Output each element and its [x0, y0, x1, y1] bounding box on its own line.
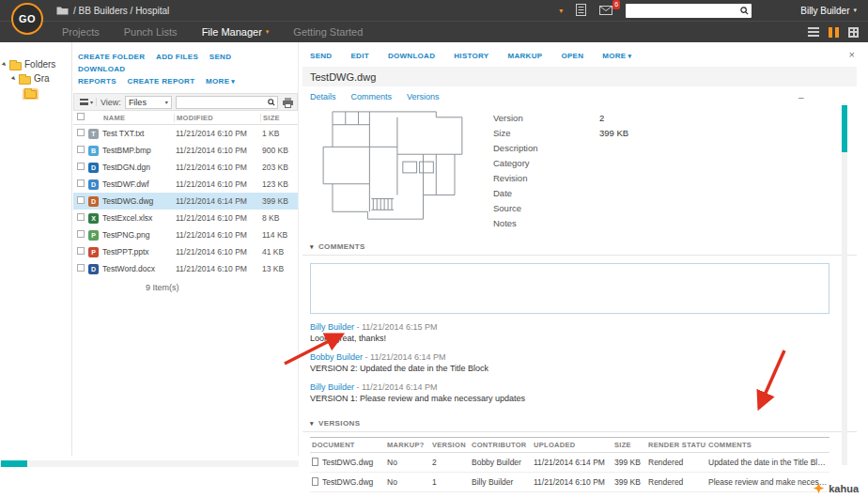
print-icon[interactable]	[282, 97, 294, 108]
breadcrumb[interactable]: / BB Builders / Hospital	[56, 6, 169, 16]
vertical-scrollbar[interactable]	[842, 103, 847, 465]
nav-item[interactable]: File Manager ▾	[202, 26, 270, 38]
detail-tab[interactable]: Versions	[407, 92, 440, 101]
file-row[interactable]: D TestWord.docx 11/21/2014 6:10 PM 13 KB	[73, 260, 298, 277]
project-dropdown-caret-icon[interactable]: ▾	[559, 7, 563, 15]
vertical-scrollbar-thumb[interactable]	[842, 105, 847, 152]
file-row[interactable]: B TestBMP.bmp 11/21/2014 6:10 PM 900 KB	[73, 142, 298, 159]
toolbar-link[interactable]: MORE▾	[206, 77, 235, 86]
file-name[interactable]: TestWord.docx	[102, 264, 174, 273]
file-name[interactable]: Test TXT.txt	[102, 129, 174, 138]
row-checkbox[interactable]	[77, 247, 85, 255]
column-view-icon[interactable]	[829, 27, 839, 38]
version-row[interactable]: TestDWG.dwg No 2 Bobby Builder 11/21/201…	[310, 453, 829, 473]
horizontal-scrollbar-thumb[interactable]	[1, 460, 27, 467]
row-checkbox[interactable]	[77, 264, 85, 272]
toolbar-link[interactable]: SEND	[209, 53, 231, 61]
column-header-name[interactable]: NAME	[88, 114, 174, 122]
versions-column-header[interactable]: CONTRIBUTOR	[470, 438, 532, 453]
toolbar-link[interactable]: CREATE REPORT	[128, 77, 195, 86]
file-row[interactable]: T Test TXT.txt 11/21/2014 6:10 PM 1 KB	[73, 125, 298, 142]
nav-caret-icon: ▾	[266, 28, 270, 36]
details-collapse-dash[interactable]: –	[798, 92, 804, 102]
tree-item-folders[interactable]: ▸ Folders	[0, 57, 71, 71]
toolbar-link[interactable]: HISTORY	[454, 52, 488, 60]
tree-item-gra[interactable]: ▸ Gra	[0, 71, 71, 86]
select-all-checkbox[interactable]	[77, 113, 85, 120]
horizontal-scrollbar[interactable]	[0, 460, 299, 467]
versions-column-header[interactable]: SIZE	[612, 438, 646, 453]
toolbar-link[interactable]: OPEN	[561, 52, 583, 60]
new-comment-input[interactable]	[310, 263, 829, 314]
nav-item[interactable]: Projects	[62, 26, 100, 38]
file-name[interactable]: TestPNG.png	[102, 230, 174, 240]
toolbar-link[interactable]: CREATE FOLDER	[78, 53, 145, 61]
toolbar-link[interactable]: MORE▾	[602, 52, 631, 60]
comment-author-link[interactable]: Billy Builder	[310, 382, 354, 392]
row-checkbox[interactable]	[77, 146, 85, 153]
file-name[interactable]: TestDGN.dgn	[102, 163, 174, 172]
view-select[interactable]: Files ▾	[125, 96, 172, 109]
file-row[interactable]: D TestDWG.dwg 11/21/2014 6:14 PM 399 KB	[73, 193, 298, 210]
file-name[interactable]: TestBMP.bmp	[102, 146, 174, 155]
grid-view-icon[interactable]	[848, 27, 859, 38]
nav-item[interactable]: Punch Lists	[124, 26, 178, 38]
versions-section-header[interactable]: ▾ VERSIONS	[302, 416, 857, 432]
comment-author-link[interactable]: Bobby Builder	[310, 352, 363, 362]
toolbar-link[interactable]: REPORTS	[78, 77, 116, 86]
close-icon[interactable]: ×	[849, 50, 855, 59]
search-icon[interactable]	[268, 99, 275, 106]
row-checkbox[interactable]	[77, 196, 85, 204]
toolbar-link[interactable]: DOWNLOAD	[388, 52, 435, 60]
version-row[interactable]: TestDWG.dwg No 1 Billy Builder 11/21/201…	[310, 473, 829, 492]
file-name[interactable]: TestPPT.pptx	[102, 247, 174, 257]
file-row[interactable]: P TestPNG.png 11/21/2014 6:10 PM 114 KB	[73, 226, 298, 243]
toolbar-link[interactable]: EDIT	[350, 52, 368, 60]
row-checkbox[interactable]	[77, 230, 85, 238]
tasks-icon[interactable]	[576, 4, 586, 18]
row-checkbox[interactable]	[77, 129, 85, 136]
document-thumbnail[interactable]	[314, 106, 472, 228]
list-view-icon[interactable]	[808, 27, 819, 37]
file-search-input[interactable]	[178, 98, 268, 107]
toolbar-link[interactable]: SEND	[310, 52, 332, 60]
versions-column-header[interactable]: UPLOADED	[532, 438, 612, 453]
detail-actions: SEND EDIT DOWNLOAD HISTORY MARKUP OPEN M…	[302, 42, 857, 65]
row-checkbox[interactable]	[77, 213, 85, 221]
column-header-size[interactable]: SIZE	[260, 114, 298, 122]
row-checkbox[interactable]	[77, 163, 85, 170]
tree-item-selected-folder[interactable]	[0, 86, 71, 100]
toolbar-link[interactable]: ADD FILES	[156, 53, 198, 61]
global-search-input[interactable]	[628, 5, 740, 17]
messages-icon[interactable]: 6	[599, 6, 612, 15]
comments-section-header[interactable]: ▾ COMMENTS	[302, 240, 857, 256]
file-row[interactable]: X TestExcel.xlsx 11/21/2014 6:10 PM 8 KB	[73, 210, 298, 226]
tree-expand-icon[interactable]: ▸	[0, 60, 8, 69]
go-logo[interactable]: GO	[11, 3, 43, 35]
detail-tab[interactable]: Details	[310, 92, 336, 101]
file-name[interactable]: TestDWG.dwg	[102, 196, 174, 206]
file-name[interactable]: TestExcel.xlsx	[102, 213, 174, 223]
comment-author-link[interactable]: Billy Builder	[310, 322, 354, 332]
versions-column-header[interactable]: COMMENTS	[706, 438, 829, 453]
file-name[interactable]: TestDWF.dwf	[102, 179, 174, 189]
search-icon[interactable]	[740, 7, 749, 15]
nav-item-label: Projects	[62, 26, 100, 38]
versions-column-header[interactable]: MARKUP?	[385, 438, 430, 453]
file-row[interactable]: D TestDWF.dwf 11/21/2014 6:10 PM 123 KB	[73, 176, 298, 193]
versions-column-header[interactable]: DOCUMENT	[310, 438, 385, 453]
column-header-modified[interactable]: MODIFIED	[174, 114, 260, 122]
toolbar-link[interactable]: MARKUP	[508, 52, 543, 60]
file-row[interactable]: P TestPPT.pptx 11/21/2014 6:10 PM 41 KB	[73, 243, 298, 260]
toolbar-link[interactable]: DOWNLOAD	[78, 65, 125, 73]
tree-expand-icon[interactable]: ▸	[9, 74, 18, 83]
user-menu[interactable]: Billy Builder ▾	[800, 6, 857, 16]
list-menu-button[interactable]: ▾	[77, 98, 97, 106]
detail-tab[interactable]: Comments	[351, 92, 393, 101]
versions-column-header[interactable]: VERSION	[430, 438, 470, 453]
nav-item[interactable]: Getting Started	[293, 26, 363, 38]
file-row[interactable]: D TestDGN.dgn 11/21/2014 6:10 PM 203 KB	[73, 159, 298, 176]
folder-tree: ▸ Folders ▸ Gra	[0, 42, 72, 456]
versions-column-header[interactable]: RENDER STATUS	[646, 438, 706, 453]
row-checkbox[interactable]	[77, 179, 85, 187]
